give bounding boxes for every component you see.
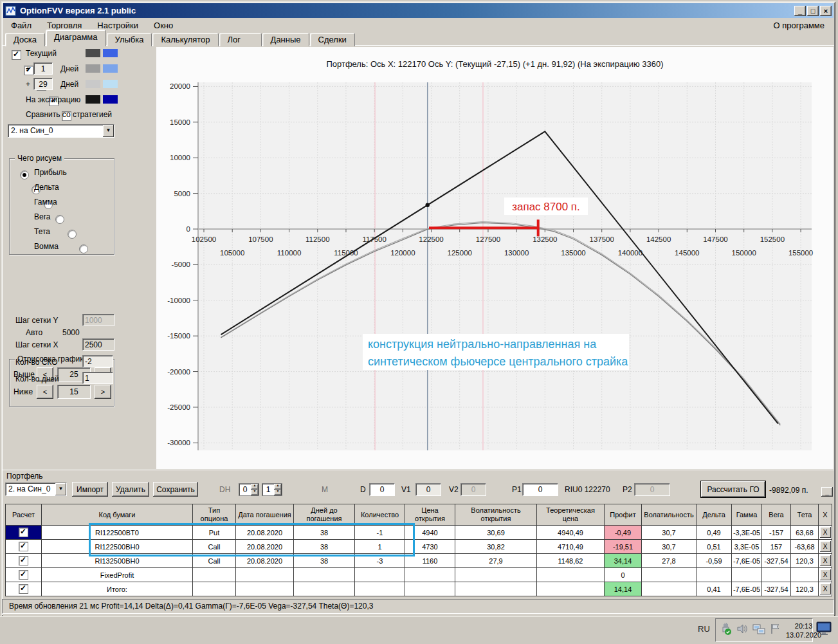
menu-about[interactable]: О программе bbox=[764, 19, 833, 32]
strategy-select-value: 2. на Син_0 bbox=[8, 125, 103, 137]
table-cell: 30,7 bbox=[642, 540, 697, 554]
grid-x-input[interactable] bbox=[82, 338, 114, 351]
portfolio-strategy-select[interactable]: 2. на Син_0 ▼ bbox=[5, 483, 67, 496]
table-cell: -327,54 bbox=[762, 582, 791, 596]
delete-button[interactable]: Удалить bbox=[112, 482, 149, 497]
dh-label: DH bbox=[219, 485, 230, 494]
calc-margin-button[interactable]: Рассчитать ГО bbox=[701, 481, 765, 497]
table-header: X bbox=[819, 504, 832, 526]
dh-spinner-1[interactable]: 0 ▲▼ bbox=[239, 483, 259, 496]
close-button[interactable]: × bbox=[820, 6, 832, 16]
maximize-button[interactable]: □ bbox=[807, 6, 819, 16]
tab-diagram[interactable]: Диаграмма bbox=[46, 30, 106, 46]
current-curve-checkbox[interactable] bbox=[12, 50, 21, 60]
plus1-prefix: + bbox=[26, 64, 30, 73]
margin-value: -9892,09 п. bbox=[769, 486, 808, 495]
window-title: OptionFVV версия 2.1 public bbox=[20, 6, 136, 15]
row-delete-button[interactable]: X bbox=[820, 527, 831, 538]
row-delete-button[interactable]: X bbox=[820, 555, 831, 566]
radio-profit[interactable] bbox=[20, 170, 29, 179]
row-delete-button[interactable]: X bbox=[820, 569, 831, 580]
titlebar: OptionFVV версия 2.1 public _ □ × bbox=[3, 3, 833, 18]
status-bar: Время обновления 21 мс Profit=14,14 Delt… bbox=[2, 599, 834, 614]
volume-icon[interactable] bbox=[736, 623, 748, 638]
row-calc-checkbox[interactable] bbox=[19, 570, 28, 580]
chevron-down-icon[interactable]: ▼ bbox=[103, 125, 114, 137]
table-cell bbox=[355, 582, 405, 596]
radio-theta-label: Тета bbox=[34, 227, 50, 236]
menu-file[interactable]: Файл bbox=[3, 19, 39, 32]
portfolio-panel-title: Портфель bbox=[6, 472, 43, 481]
v1-label: V1 bbox=[401, 485, 411, 494]
tab-data[interactable]: Данные bbox=[262, 33, 309, 46]
spin-down-icon[interactable]: ▼ bbox=[274, 490, 282, 495]
table-header: Волатильность открытия bbox=[455, 504, 537, 526]
below-label: Ниже bbox=[14, 387, 33, 396]
below-value: 15 bbox=[57, 385, 91, 399]
x-tick-label: 105000 bbox=[220, 249, 244, 257]
table-cell bbox=[236, 582, 294, 596]
flag-icon[interactable] bbox=[770, 623, 781, 638]
chevron-down-icon[interactable]: ▼ bbox=[55, 483, 66, 495]
dh-spinner-2[interactable]: 1 ▲▼ bbox=[262, 483, 282, 496]
table-cell bbox=[697, 568, 732, 582]
row-calc-checkbox[interactable] bbox=[19, 528, 28, 537]
tray-time: 20:13 bbox=[795, 622, 813, 630]
tab-smile[interactable]: Улыбка bbox=[107, 33, 152, 46]
menu-window[interactable]: Окно bbox=[146, 19, 181, 32]
x-tick-label: 112500 bbox=[305, 235, 330, 243]
x-tick-label: 117500 bbox=[362, 235, 387, 243]
radio-vega[interactable] bbox=[55, 215, 64, 224]
sko-input[interactable] bbox=[82, 355, 113, 367]
x-tick-label: 145000 bbox=[675, 249, 699, 257]
show-desktop-icon[interactable] bbox=[815, 620, 833, 641]
days-count-input[interactable] bbox=[82, 372, 113, 384]
v1-input[interactable] bbox=[415, 483, 441, 496]
plus1-days-input[interactable] bbox=[33, 62, 53, 75]
tab-log[interactable]: Лог bbox=[219, 33, 262, 46]
table-cell: RI132500BH0 bbox=[42, 554, 193, 568]
table-header: Волатильность bbox=[642, 504, 697, 526]
radio-vega-label: Вега bbox=[34, 212, 50, 221]
row-calc-checkbox[interactable] bbox=[19, 542, 28, 551]
row-delete-button[interactable]: X bbox=[820, 584, 831, 594]
strategy-select[interactable]: 2. на Син_0 ▼ bbox=[8, 124, 114, 138]
tab-deals[interactable]: Сделки bbox=[310, 33, 355, 46]
network-icon[interactable] bbox=[752, 623, 765, 638]
x-tick-label: 155000 bbox=[788, 249, 813, 257]
table-header: Цена открытия bbox=[405, 504, 455, 526]
import-button[interactable]: Импорт bbox=[72, 482, 108, 497]
table-cell bbox=[762, 568, 791, 582]
save-button[interactable]: Сохранить bbox=[153, 482, 198, 497]
below-decrease-button[interactable]: < bbox=[37, 385, 53, 399]
draw-groupbox-title: Чего рисуем bbox=[15, 154, 64, 163]
portfolio-chart: 20000150001000050000-5000-10000-15000-20… bbox=[161, 76, 833, 467]
x-tick-label: 135000 bbox=[561, 249, 585, 257]
row-calc-checkbox[interactable] bbox=[19, 556, 28, 566]
row-calc-checkbox[interactable] bbox=[19, 584, 28, 594]
table-cell: RI122500BT0 bbox=[42, 526, 193, 540]
gauge-label: запас 8700 п. bbox=[512, 201, 580, 213]
usb-icon[interactable] bbox=[720, 623, 732, 638]
tab-board[interactable]: Доска bbox=[5, 33, 45, 46]
current-color-swatch-2 bbox=[103, 49, 118, 57]
tab-calculator[interactable]: Калькулятор bbox=[152, 33, 218, 46]
radio-theta[interactable] bbox=[68, 230, 77, 239]
row-delete-button[interactable]: X bbox=[820, 541, 831, 552]
system-tray: 20:13 13.07.2020 bbox=[715, 618, 813, 642]
y-tick-label: 0 bbox=[187, 225, 190, 233]
language-indicator[interactable]: RU bbox=[698, 624, 710, 634]
minimize-button[interactable]: _ bbox=[794, 6, 806, 16]
plus29-days-input[interactable] bbox=[33, 78, 53, 90]
spin-down-icon[interactable]: ▼ bbox=[251, 490, 259, 495]
collapse-button[interactable]: _ bbox=[821, 487, 833, 497]
x-tick-label: 120000 bbox=[390, 249, 415, 257]
below-increase-button[interactable]: > bbox=[95, 385, 111, 399]
table-cell: -7,6E-05 bbox=[732, 554, 762, 568]
radio-vomma[interactable] bbox=[79, 244, 88, 253]
table-cell: 1160 bbox=[405, 554, 455, 568]
table-cell: -63,68 bbox=[791, 540, 819, 554]
p2-label: P2 bbox=[623, 485, 632, 494]
p1-input[interactable] bbox=[522, 483, 558, 496]
d-input[interactable] bbox=[369, 483, 395, 496]
